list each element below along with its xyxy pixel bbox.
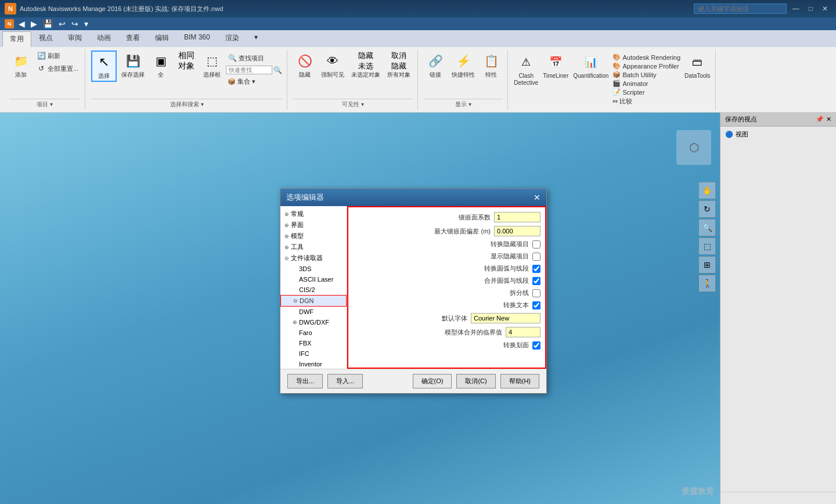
tab-donghua[interactable]: 动画 xyxy=(89,30,118,47)
hide-button[interactable]: 🚫 隐藏 xyxy=(293,51,316,80)
tessellation-factor-input[interactable] xyxy=(494,212,540,222)
batch-utility-button[interactable]: 📦 Batch Utility xyxy=(611,70,682,79)
default-font-input[interactable] xyxy=(471,313,540,323)
tree-item-inventor[interactable]: Inventor xyxy=(280,359,347,369)
tree-item-cis2[interactable]: CIS/2 xyxy=(280,285,347,295)
quick-props-button[interactable]: ⚡ 快捷特性 xyxy=(449,51,477,80)
animator-button[interactable]: 🎬 Animator xyxy=(611,79,682,88)
reset-all-button[interactable]: ↺ 全部重置... xyxy=(35,63,80,74)
tree-item-dwg[interactable]: ⊕ DWG/DXF xyxy=(280,317,347,327)
maximize-button[interactable]: □ xyxy=(805,3,816,14)
tree-item-changgui[interactable]: ⊕ 常规 xyxy=(280,208,347,219)
tab-dropdown[interactable]: ▾ xyxy=(247,30,265,47)
select-box-button[interactable]: ⬚ 选择框 xyxy=(200,51,224,80)
dialog-tree: ⊕ 常规 ⊕ 界面 ⊕ 模型 ⊕ 工具 xyxy=(280,206,347,369)
tab-changeyong[interactable]: 常用 xyxy=(2,31,31,47)
tree-item-file-readers[interactable]: ⊖ 文件读取器 xyxy=(280,253,347,264)
right-panel-content: 🔵 视图 xyxy=(720,127,836,504)
datatools-button[interactable]: 🗃 DataTools xyxy=(682,52,712,81)
group-label-xiangmu: 项目 ▾ xyxy=(9,99,80,109)
split-lines-checkbox[interactable] xyxy=(532,289,540,297)
autodesk-rendering-button[interactable]: 🎨 Autodesk Rendering xyxy=(611,53,682,62)
tree-item-changgui-label: 常规 xyxy=(291,210,304,218)
max-deviation-input[interactable] xyxy=(494,226,540,236)
tab-shenyue[interactable]: 审阅 xyxy=(60,30,89,47)
convert-hidden-label: 转换隐藏项目 xyxy=(491,240,529,249)
quick-find-icon[interactable]: 🔍 xyxy=(273,66,282,74)
select-same-button[interactable]: 相同对象 xyxy=(175,51,198,71)
right-panel-close-button[interactable]: ✕ xyxy=(826,116,831,123)
compare-button[interactable]: ⇔ 比较 xyxy=(611,96,682,106)
scripter-button[interactable]: 📝 Scripter xyxy=(611,88,682,96)
saved-view-item-default[interactable]: 🔵 视图 xyxy=(723,129,834,140)
clash-detective-button[interactable]: ⚠ ClashDetective xyxy=(511,52,540,88)
dialog-close-button[interactable]: ✕ xyxy=(534,193,540,202)
merge-threshold-input[interactable] xyxy=(506,327,540,337)
tree-item-faro[interactable]: Faro xyxy=(280,327,347,338)
expand-cis2-icon xyxy=(291,286,299,294)
tree-item-ifc[interactable]: IFC xyxy=(280,348,347,359)
qa-dropdown-button[interactable]: ▾ xyxy=(83,19,89,28)
properties-button[interactable]: 📋 特性 xyxy=(480,51,503,80)
tree-item-ascii[interactable]: ASCII Laser xyxy=(280,274,347,285)
unhide-all-button[interactable]: 取消隐藏 所有对象 xyxy=(385,51,413,80)
ribbon-group-xianshi: 🔗 链接 ⚡ 快捷特性 📋 特性 显示 ▾ xyxy=(419,49,508,110)
tab-shidian[interactable]: 视点 xyxy=(31,30,60,47)
app-logo-small: N xyxy=(5,19,14,28)
qa-undo-button[interactable]: ↩ xyxy=(57,19,67,28)
ok-button[interactable]: 确定(O) xyxy=(413,374,452,388)
tree-item-fbx[interactable]: FBX xyxy=(280,338,347,348)
tab-bim360[interactable]: BIM 360 xyxy=(176,30,218,47)
qa-save-button[interactable]: 💾 xyxy=(42,19,54,28)
refresh-button[interactable]: 🔄 刷新 xyxy=(35,51,80,61)
quantification-button[interactable]: 📊 Quantification xyxy=(571,52,611,81)
import-button[interactable]: 导入... xyxy=(327,374,363,388)
close-button[interactable]: ✕ xyxy=(819,3,831,14)
convert-arcs-checkbox[interactable] xyxy=(532,265,540,273)
add-icon: 📁 xyxy=(12,52,30,70)
tab-chakan[interactable]: 查看 xyxy=(118,30,147,47)
qa-forward-button[interactable]: ▶ xyxy=(30,19,38,28)
convert-surface-checkbox[interactable] xyxy=(532,341,540,350)
quick-find-input[interactable] xyxy=(226,66,272,74)
tree-item-fbx-label: FBX xyxy=(299,340,311,347)
find-items-button[interactable]: 🔍 查找项目 xyxy=(226,53,282,63)
force-visible-button[interactable]: 👁 强制可见 xyxy=(319,51,347,80)
tree-item-dwf[interactable]: DWF xyxy=(280,307,347,317)
qa-back-button[interactable]: ◀ xyxy=(17,19,26,28)
help-button[interactable]: 帮助(H) xyxy=(500,374,539,388)
appearance-profiler-button[interactable]: 🎨 Appearance Profiler xyxy=(611,62,682,70)
tree-item-gongju[interactable]: ⊕ 工具 xyxy=(280,242,347,253)
convert-hidden-checkbox[interactable] xyxy=(532,240,540,249)
hide-unselected-button[interactable]: 隐藏未选 未选定对象 xyxy=(349,51,383,80)
right-panel-pin-button[interactable]: 📌 xyxy=(816,116,824,123)
tree-item-moxing[interactable]: ⊕ 模型 xyxy=(280,231,347,242)
tree-item-3ds[interactable]: 3DS xyxy=(280,264,347,274)
collection-button[interactable]: 📦 集合 ▾ xyxy=(226,77,282,87)
tab-xuanran[interactable]: 渲染 xyxy=(218,30,247,47)
export-button[interactable]: 导出... xyxy=(287,374,323,388)
timeliner-button[interactable]: 📅 TimeLiner xyxy=(540,52,571,81)
show-hidden-checkbox[interactable] xyxy=(532,253,540,261)
merge-arcs-label: 合并圆弧与线段 xyxy=(484,276,529,285)
qa-redo-button[interactable]: ↪ xyxy=(70,19,80,28)
save-select-button[interactable]: 💾 保存选择 xyxy=(119,51,147,80)
compare-icon: ⇔ xyxy=(612,98,618,105)
merge-arcs-checkbox[interactable] xyxy=(532,277,540,285)
title-bar: N Autodesk Navisworks Manage 2016 (未注册版)… xyxy=(0,0,836,17)
global-search-input[interactable] xyxy=(694,3,787,14)
viewport[interactable]: ⬡ ✋ ↻ 🔍 ⬚ ⊞ 🚶 选项编辑器 ✕ ⊕ xyxy=(0,113,720,504)
minimize-button[interactable]: — xyxy=(789,3,803,14)
links-button[interactable]: 🔗 链接 xyxy=(424,51,447,80)
convert-text-checkbox[interactable] xyxy=(532,301,540,309)
tree-item-dgn[interactable]: ⊖ DGN xyxy=(280,295,347,307)
tree-item-jiemian[interactable]: ⊕ 界面 xyxy=(280,219,347,231)
convert-arcs-label: 转换圆弧与线段 xyxy=(484,264,529,273)
select-button[interactable]: ↖ 选择 xyxy=(91,51,117,82)
select-all-button[interactable]: ▣ 全 xyxy=(149,51,172,80)
setting-row-convert-surface: 转换划面 xyxy=(353,341,540,350)
hide-unselected-label: 未选定对象 xyxy=(351,71,380,78)
add-button[interactable]: 📁 添加 xyxy=(9,51,33,80)
cancel-button[interactable]: 取消(C) xyxy=(456,374,495,388)
tab-bianji[interactable]: 编辑 xyxy=(147,30,176,47)
